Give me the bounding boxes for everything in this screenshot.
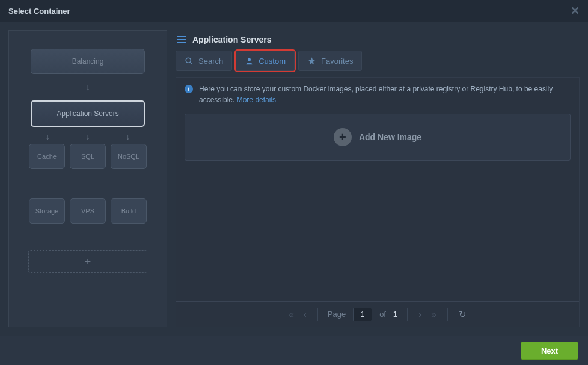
pager-page-input[interactable] (353, 308, 372, 321)
node-sql[interactable]: SQL (70, 144, 106, 169)
node-application-servers[interactable]: Application Servers (31, 100, 145, 127)
node-label: Build (121, 207, 136, 215)
main-panel: Application Servers Search Custom Favori… (176, 30, 580, 327)
add-new-image-button[interactable]: + Add New Image (185, 114, 571, 161)
more-details-link[interactable]: More details (237, 96, 276, 104)
node-cache[interactable]: Cache (29, 144, 65, 169)
main-header: Application Servers (176, 30, 580, 51)
pager-page-label: Page (328, 310, 346, 319)
arrow-down-icon: ↓ (85, 132, 90, 141)
pager-first-icon[interactable]: « (287, 309, 295, 319)
node-label: SQL (81, 153, 94, 160)
arrow-down-icon: ↓ (126, 132, 130, 141)
node-build[interactable]: Build (111, 198, 147, 224)
extra-row: Storage VPS Build (29, 198, 147, 224)
tab-label: Favorites (321, 57, 353, 66)
page-title: Application Servers (192, 35, 272, 44)
tab-favorites[interactable]: Favorites (298, 51, 362, 71)
close-icon[interactable]: ✕ (571, 4, 580, 17)
titlebar: Select Container ✕ (0, 0, 588, 22)
arrow-down-icon: ↓ (46, 132, 50, 141)
menu-icon[interactable] (177, 36, 186, 43)
tab-label: Custom (259, 57, 286, 66)
tab-label: Search (198, 57, 223, 66)
window-title: Select Container (8, 7, 70, 16)
footer: Next (0, 336, 588, 365)
node-label: Application Servers (57, 109, 118, 118)
node-storage[interactable]: Storage (29, 198, 65, 224)
separator (447, 308, 448, 321)
body-area: Balancing ↓ Application Servers ↓ ↓ ↓ Ca… (0, 22, 588, 336)
search-icon (185, 57, 194, 66)
tabs: Search Custom Favorites (176, 51, 580, 71)
content-panel: i Here you can store your custom Docker … (176, 77, 580, 327)
add-node-slot[interactable]: + (28, 250, 147, 273)
star-icon (307, 57, 316, 66)
pager-prev-icon[interactable]: ‹ (302, 309, 308, 319)
node-label: VPS (81, 207, 94, 215)
arrow-row: ↓ ↓ ↓ (28, 132, 148, 141)
pager-total: 1 (393, 310, 397, 319)
node-label: Balancing (72, 57, 104, 66)
tab-search[interactable]: Search (176, 51, 232, 71)
node-label: Cache (37, 153, 57, 160)
info-text: Here you can store your custom Docker im… (199, 84, 571, 105)
next-button[interactable]: Next (521, 342, 578, 360)
info-icon: i (185, 85, 193, 93)
separator (317, 308, 318, 321)
pager-of-label: of (379, 310, 386, 319)
plus-icon: + (85, 256, 91, 268)
divider (28, 186, 148, 186)
add-image-label: Add New Image (359, 132, 421, 142)
pager: « ‹ Page of 1 › » ↻ (176, 301, 579, 327)
node-balancing[interactable]: Balancing (31, 49, 145, 74)
refresh-icon[interactable]: ↻ (458, 309, 468, 320)
node-vps[interactable]: VPS (70, 198, 106, 224)
node-label: NoSQL (118, 153, 139, 160)
svg-line-1 (190, 62, 192, 64)
separator (407, 308, 408, 321)
node-label: Storage (35, 207, 59, 215)
plus-icon: + (334, 128, 352, 146)
pager-next-icon[interactable]: › (417, 309, 423, 319)
info-bar: i Here you can store your custom Docker … (176, 78, 579, 111)
topology-sidebar: Balancing ↓ Application Servers ↓ ↓ ↓ Ca… (8, 30, 167, 327)
node-nosql[interactable]: NoSQL (111, 144, 147, 169)
svg-point-0 (186, 58, 191, 63)
user-icon (245, 57, 254, 66)
tab-custom[interactable]: Custom (236, 51, 295, 71)
arrow-down-icon: ↓ (86, 82, 90, 92)
svg-point-2 (248, 58, 251, 61)
pager-last-icon[interactable]: » (430, 309, 437, 319)
db-row: Cache SQL NoSQL (29, 144, 147, 169)
